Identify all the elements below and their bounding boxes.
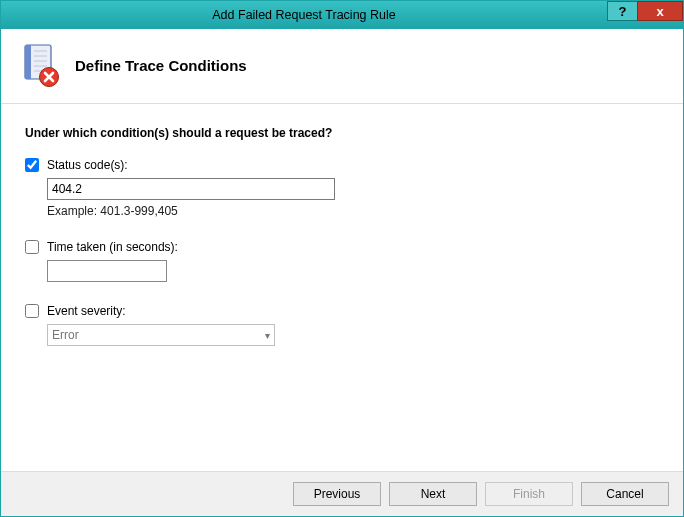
wizard-footer: Previous Next Finish Cancel [1,471,683,516]
status-codes-indent: Example: 401.3-999,405 [47,178,659,218]
status-codes-row: Status code(s): [25,158,659,172]
time-taken-input[interactable] [47,260,167,282]
page-title: Define Trace Conditions [75,57,247,74]
status-codes-example: Example: 401.3-999,405 [47,204,659,218]
svg-rect-1 [25,45,31,79]
chevron-down-icon: ▾ [265,330,270,341]
question-label: Under which condition(s) should a reques… [25,126,659,140]
event-severity-label: Event severity: [47,304,126,318]
event-severity-select[interactable]: Error ▾ [47,324,275,346]
event-severity-row: Event severity: [25,304,659,318]
previous-button[interactable]: Previous [293,482,381,506]
event-severity-selected: Error [52,328,79,342]
next-button[interactable]: Next [389,482,477,506]
titlebar-buttons: ? x [607,1,683,29]
time-taken-row: Time taken (in seconds): [25,240,659,254]
status-codes-input[interactable] [47,178,335,200]
cancel-button[interactable]: Cancel [581,482,669,506]
finish-button: Finish [485,482,573,506]
time-taken-label: Time taken (in seconds): [47,240,178,254]
wizard-header: Define Trace Conditions [1,29,683,104]
status-codes-label: Status code(s): [47,158,128,172]
titlebar: Add Failed Request Tracing Rule ? x [1,1,683,29]
help-button[interactable]: ? [607,1,637,21]
status-codes-checkbox[interactable] [25,158,39,172]
window-title: Add Failed Request Tracing Rule [1,8,607,22]
content-area: Under which condition(s) should a reques… [1,104,683,346]
time-taken-checkbox[interactable] [25,240,39,254]
time-taken-indent [47,260,659,282]
trace-rule-icon [21,43,61,87]
close-button[interactable]: x [637,1,683,21]
event-severity-checkbox[interactable] [25,304,39,318]
event-severity-indent: Error ▾ [47,324,659,346]
